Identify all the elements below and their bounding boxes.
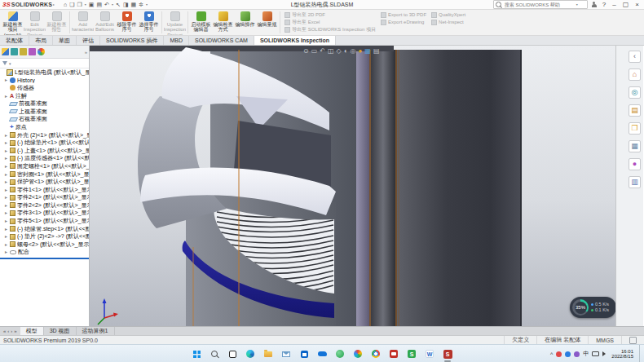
tray-app-blue-icon[interactable]	[565, 351, 571, 357]
section-view-icon[interactable]: ◫	[328, 48, 334, 55]
select-arrow-icon[interactable]: ↖	[116, 2, 121, 7]
export-inspection-project-button[interactable]: 导出至 SOLIDWORKS Inspection 项目	[285, 26, 376, 33]
design-library-icon[interactable]: ▤	[629, 104, 641, 117]
tab-solidworks-cam[interactable]: SOLIDWORKS CAM	[189, 36, 254, 45]
browser-green-button[interactable]	[333, 346, 346, 362]
tree-item-component[interactable]: ▸ (-) 温度传感器<1> (默认<<默认>_	[0, 155, 89, 163]
tab-addins[interactable]: SOLIDWORKS 插件	[100, 36, 164, 45]
hide-show-items-icon[interactable]: ◎	[351, 48, 356, 55]
apply-scene-icon[interactable]: ▦	[364, 48, 371, 55]
doc-tab-model[interactable]: 模型	[20, 327, 44, 335]
tree-item-sensors[interactable]: 传感器	[0, 84, 89, 92]
undo-caret-icon[interactable]: ▾	[112, 2, 113, 7]
qualityxpert-button[interactable]: QualityXpert	[431, 11, 465, 18]
custom-properties-icon[interactable]: ▥	[629, 176, 641, 188]
speed-ball-widget[interactable]: 35% 0.5 K/s 0.1 K/s	[570, 297, 615, 318]
open-caret-icon[interactable]: ▾	[85, 2, 86, 7]
speaker-icon[interactable]	[602, 351, 608, 356]
configurationmanager-tab-icon[interactable]	[20, 48, 27, 55]
tree-item-component[interactable]: ▸ (-) 上盖<1> (默认<<默认>_显示状	[0, 147, 89, 155]
ime-indicator[interactable]: 中	[583, 350, 589, 358]
wps-button[interactable]: W	[423, 346, 436, 362]
rebuild-traffic-light-icon[interactable]: ◨	[123, 2, 129, 7]
search-caret-icon[interactable]: ▾	[576, 2, 578, 7]
view-palette-icon[interactable]: ▦	[629, 140, 641, 152]
help-search-box[interactable]: ▾	[493, 0, 588, 9]
show-desktop-button[interactable]	[639, 345, 642, 362]
units-selector[interactable]: MMGS	[588, 336, 621, 344]
red-app-button[interactable]	[387, 346, 400, 362]
view-settings-icon[interactable]: ▤	[373, 48, 380, 55]
zoom-to-area-icon[interactable]: ▭	[311, 48, 318, 55]
chrome-button[interactable]	[369, 346, 382, 362]
microsoft-store-button[interactable]	[298, 346, 311, 362]
edge-button[interactable]	[244, 346, 257, 362]
add-characteristic-button[interactable]: Add Characteristic	[72, 10, 94, 35]
tree-item-component[interactable]: ▸ 零件5<1> (默认<<默认>_显示状态	[0, 217, 89, 225]
remove-balloons-button[interactable]: 移除零件序号	[116, 10, 138, 35]
task-view-button[interactable]	[226, 346, 239, 362]
browser-pinwheel-button[interactable]	[351, 346, 364, 362]
green-app-button[interactable]: S	[405, 346, 418, 362]
export-2d-pdf-button[interactable]: 导出至 2D PDF	[285, 11, 376, 18]
tree-item-component[interactable]: ▸ 零件3<1> (默认<<默认>_显示状态	[0, 210, 89, 218]
last-tab-icon[interactable]: »	[14, 329, 16, 333]
close-button[interactable]: ×	[633, 2, 641, 8]
export-excel-button[interactable]: 导出至 Excel	[285, 19, 376, 25]
mail-button[interactable]	[280, 346, 293, 362]
doc-tab-motion-study[interactable]: 运动算例1	[77, 327, 115, 335]
taskbar-search-button[interactable]	[208, 346, 221, 362]
tree-item-component[interactable]: ▸ (-) 绝缘管.step<1> (默认<<默认>	[0, 225, 89, 233]
edit-operations-button[interactable]: 编辑操作	[234, 10, 256, 35]
tree-item-component[interactable]: ▸ 外壳 (2)<1> (默认<<默认>_显示状	[0, 131, 89, 139]
tree-item-annotations[interactable]: ▸ A 注解	[0, 92, 89, 100]
prev-tab-icon[interactable]: ‹	[7, 329, 9, 333]
tab-assembly[interactable]: 装配体	[0, 36, 29, 45]
displaymanager-tab-icon[interactable]	[37, 48, 45, 55]
tray-app-red-icon[interactable]	[556, 351, 562, 357]
print-icon[interactable]: ▤	[96, 2, 102, 7]
start-button[interactable]	[190, 346, 203, 362]
onedrive-button[interactable]	[315, 346, 329, 362]
tab-mbd[interactable]: MBD	[164, 36, 189, 45]
tab-overflow-icon[interactable]: »	[85, 50, 87, 55]
edit-gauges-button[interactable]: 编辑量规	[256, 10, 278, 35]
file-explorer-icon[interactable]: ❐	[629, 122, 641, 135]
featuremanager-tab-icon[interactable]	[2, 48, 9, 55]
dimxpertmanager-tab-icon[interactable]	[29, 48, 36, 55]
search-input[interactable]	[503, 2, 575, 8]
launch-template-editor-button[interactable]: 启动模板编辑器	[190, 10, 212, 35]
add-edit-balloons-button[interactable]: Add/Edit Balloons	[94, 10, 116, 35]
tray-expand-chevron[interactable]: ^	[550, 351, 553, 357]
edit-inspection-project-button[interactable]: Edit Inspection Project	[24, 10, 46, 35]
tab-evaluate[interactable]: 评估	[77, 36, 100, 45]
save-icon[interactable]: ▣	[89, 2, 95, 7]
net-inspect-button[interactable]: Net-Inspect	[431, 19, 465, 25]
login-person-icon[interactable]	[591, 2, 598, 8]
help-button[interactable]: ?	[601, 2, 607, 8]
select-balloons-button[interactable]: 选择零件序号	[138, 10, 160, 35]
tree-item-history[interactable]: ▸ History	[0, 77, 89, 85]
status-tag-icon-wrap[interactable]	[621, 336, 644, 344]
home-icon[interactable]: ⌂	[64, 2, 67, 7]
export-3d-pdf-button[interactable]: Export to 3D PDF	[381, 11, 426, 18]
export-edrawing-button[interactable]: Export eDrawing	[381, 19, 426, 25]
tree-item-component[interactable]: ▸ 零件1<1> (默认<<默认>_显示状态	[0, 186, 89, 194]
edit-inspection-methods-button[interactable]: 编辑检查方式	[212, 10, 234, 35]
new-inspection-report-button[interactable]: 新建检查报告	[46, 10, 68, 35]
3d-model-canvas[interactable]	[90, 46, 615, 326]
restore-button[interactable]: ▢	[621, 2, 631, 8]
tree-item-component[interactable]: ▸ (-) 绝缘垫片<1> (默认<<默认>_显	[0, 139, 89, 147]
tree-item-component[interactable]: ▸ 螺母<2> (默认<<默认>_显示状态	[0, 241, 89, 249]
solidworks-resources-icon[interactable]: ◎	[629, 86, 641, 99]
previous-view-icon[interactable]: ↶	[320, 48, 325, 55]
tree-splitter-bar[interactable]	[0, 258, 89, 259]
tree-item-assembly-root[interactable]: L型铠装热电偶 (默认<默认_显示状态-1	[0, 68, 89, 77]
collapse-chevron-icon[interactable]: ‹	[629, 51, 641, 63]
undo-icon[interactable]: ↶	[104, 2, 109, 7]
options-gear-icon[interactable]: ✲	[139, 2, 143, 7]
tree-item-component[interactable]: ▸ 零件2<1> (默认<<默认>_显示状态	[0, 194, 89, 202]
3d-viewport[interactable]: ⊙ ▭ ↶ ◫ ◇ ◐ ◎ ● ▦ ▤ 35% 0.5 K/s	[90, 46, 615, 326]
tab-sketch[interactable]: 草图	[53, 36, 77, 45]
tree-item-component[interactable]: ▸ 零件2<2> (默认<<默认>_显示状态	[0, 201, 89, 210]
